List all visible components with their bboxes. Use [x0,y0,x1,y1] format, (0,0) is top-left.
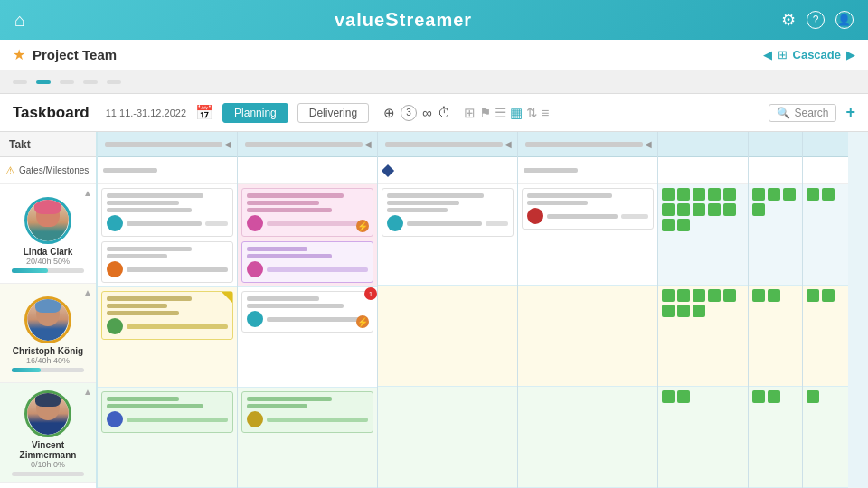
col-chevron-1[interactable]: ◀ [224,139,231,149]
cascade-arrow-right[interactable]: ▶ [846,48,855,61]
link-icon[interactable]: ∞ [422,105,432,120]
green-sq [768,289,780,302]
task-4-l1[interactable] [522,188,654,230]
add-task-button[interactable]: + [845,103,855,122]
progress-bar-vincent [12,472,84,476]
task-avatar-ch2 [247,311,263,327]
filter-icon[interactable]: ≡ [542,105,550,120]
board-col-3: ◀ [378,132,518,488]
green-sq [723,188,736,201]
timer-icon[interactable]: ⏱ [438,105,451,120]
col-gates-1 [98,157,237,184]
filter-bar [0,70,868,94]
task-2-1[interactable]: ⚡ [241,188,373,237]
cell-4-vincent [518,387,657,488]
number-icon[interactable]: 3 [401,105,417,121]
filter-pill-1[interactable] [13,80,27,84]
star-icon[interactable]: ★ [13,46,25,63]
takt-label: Takt [9,138,31,151]
search-label: Search [794,107,828,119]
toolbar-icons: ⊕ 3 ∞ ⏱ [383,105,451,121]
progress-bar-christoph [12,368,84,372]
settings-icon[interactable]: ⚙ [781,10,796,30]
calendar-icon[interactable]: 📅 [195,104,213,121]
tab-delivering[interactable]: Delivering [297,103,369,123]
task-avatar-v2 [247,411,263,427]
home-icon[interactable]: ⌂ [14,10,25,31]
sort-icon[interactable]: ⇅ [526,105,538,121]
main-content: Takt ⚠ Gates/Milestones ▲ Linda Clark 20… [0,132,868,488]
col-rows-2: ⚡ 1 [238,184,377,488]
green-sq [693,305,705,317]
person-name-vincent: Vincent Zimmermann [4,440,92,460]
green-cell-l2 [749,184,802,286]
collapse-icon-christoph[interactable]: ▲ [83,287,92,297]
task-avatar-p2 [247,261,263,277]
task-avatar-p1 [247,215,263,231]
green-sq [723,203,736,216]
help-icon[interactable]: ? [807,11,825,29]
green-header-2 [749,132,802,157]
person-stats-vincent: 0/10h 0% [31,460,65,469]
green-gates-3 [803,157,848,184]
green-sq [807,390,819,403]
green-col-2 [749,132,803,488]
top-nav: ⌂ valueStreamer ⚙ ? 👤 [0,0,868,40]
task-3-1[interactable] [382,188,514,237]
person-card-vincent: ▲ Vincent Zimmermann 0/10h 0% [0,383,96,483]
green-sq [677,390,690,403]
task-ch-2[interactable]: 1 ⚡ [241,291,373,333]
kanban-view-icon[interactable]: ▦ [510,105,523,121]
col-header-3: ◀ [378,132,517,157]
task-2-2[interactable] [241,241,373,283]
green-cell-v2 [749,387,802,488]
cell-4-christoph [518,286,657,387]
task-1-2[interactable] [101,241,233,283]
col-chevron-2[interactable]: ◀ [364,139,372,149]
flag-view-icon[interactable]: ⚑ [479,105,491,121]
person-name-linda: Linda Clark [24,247,72,257]
green-cell-l3 [803,184,848,286]
green-header-3 [803,132,848,157]
filter-pill-2[interactable] [36,80,51,84]
avatar-linda [24,197,71,244]
user-icon[interactable]: 👤 [835,11,854,29]
task-v-2[interactable] [241,391,373,433]
cell-2-linda: ⚡ [238,184,377,287]
col-chevron-3[interactable]: ◀ [505,139,512,149]
cascade-label[interactable]: Cascade [793,48,841,61]
filter-pill-3[interactable] [60,80,74,84]
date-range: 11.11.-31.12.2022 [106,108,186,118]
green-sq [693,289,705,302]
green-sq [677,203,690,216]
col-chevron-4[interactable]: ◀ [645,139,652,149]
task-v-1[interactable] [101,391,233,433]
collapse-icon-linda[interactable]: ▲ [83,188,92,198]
task-1-1[interactable] [101,188,233,237]
green-sq [662,305,675,317]
cell-1-christoph [98,287,237,388]
green-gates-2 [749,157,802,184]
filter-pill-4[interactable] [83,80,98,84]
breadcrumb-right: ◀ ⊞ Cascade ▶ [763,48,855,61]
search-box[interactable]: 🔍 Search [769,104,836,122]
board-area[interactable]: ◀ [98,132,868,488]
board-col-4: ◀ [518,132,658,488]
logo-part2: treamer [400,10,472,30]
task-c-1[interactable] [101,291,233,340]
green-sq [677,219,690,231]
grid-view-icon[interactable]: ⊞ [464,105,476,121]
people-column: Takt ⚠ Gates/Milestones ▲ Linda Clark 20… [0,132,98,488]
warning-icon: ⚠ [5,164,15,177]
corner-triangle [222,292,232,303]
tab-planning[interactable]: Planning [222,103,288,123]
cell-3-vincent [378,387,517,488]
filter-pill-5[interactable] [107,80,121,84]
board-col-2: ◀ ⚡ [238,132,378,488]
cascade-arrow-left[interactable]: ◀ [763,48,772,61]
collapse-icon-vincent[interactable]: ▲ [83,387,92,397]
add-icon[interactable]: ⊕ [383,105,395,121]
list-view-icon[interactable]: ☰ [495,105,506,121]
green-sq [822,289,835,302]
col-gates-2 [238,157,377,184]
